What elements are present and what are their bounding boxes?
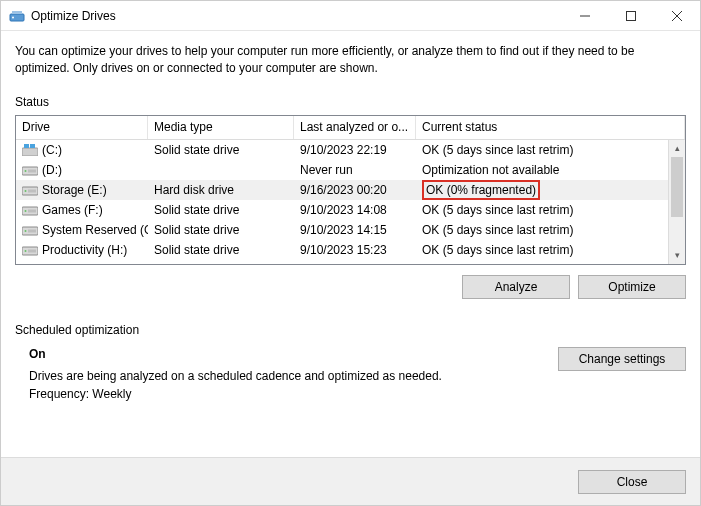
status-highlight: OK (0% fragmented) (422, 180, 540, 200)
last-analyzed: 9/10/2023 22:19 (294, 261, 416, 265)
svg-rect-8 (24, 144, 29, 148)
drive-icon (22, 184, 38, 196)
drive-cell: Games (F:) (16, 201, 148, 219)
table-row[interactable]: (D:)Never runOptimization not available (16, 160, 685, 180)
scroll-thumb[interactable] (671, 157, 683, 217)
intro-text: You can optimize your drives to help you… (15, 43, 686, 77)
svg-rect-18 (28, 209, 36, 212)
svg-point-11 (25, 170, 27, 172)
drive-cell: System Reserved (G:) (16, 221, 148, 239)
svg-rect-9 (30, 144, 35, 148)
current-status: OK (5 days since last retrim) (416, 201, 685, 219)
last-analyzed: 9/10/2023 22:19 (294, 141, 416, 159)
scrollbar[interactable]: ▴ ▾ (668, 140, 685, 264)
drive-cell: Productivity (H:) (16, 241, 148, 259)
media-type (148, 168, 294, 172)
table-row[interactable]: Storage (E:)Hard disk drive9/16/2023 00:… (16, 180, 685, 200)
last-analyzed: 9/10/2023 14:08 (294, 201, 416, 219)
table-header: Drive Media type Last analyzed or o... C… (16, 116, 685, 140)
window-title: Optimize Drives (31, 9, 562, 23)
media-type: Hard disk drive (148, 261, 294, 265)
current-status: OK (0% fragmented) (416, 178, 685, 202)
drives-table: Drive Media type Last analyzed or o... C… (15, 115, 686, 265)
table-row[interactable]: Productivity (H:)Solid state drive9/10/2… (16, 240, 685, 260)
last-analyzed: 9/10/2023 15:23 (294, 241, 416, 259)
svg-point-2 (12, 16, 14, 18)
last-analyzed: Never run (294, 161, 416, 179)
svg-point-23 (25, 250, 27, 252)
table-row[interactable]: Games (F:)Solid state drive9/10/2023 14:… (16, 200, 685, 220)
drive-name: Games (F:) (42, 203, 103, 217)
table-body: (C:)Solid state drive9/10/2023 22:19OK (… (16, 140, 685, 265)
drive-icon (22, 164, 38, 176)
column-media[interactable]: Media type (148, 116, 294, 139)
svg-rect-1 (12, 11, 22, 14)
drive-icon (22, 264, 38, 265)
svg-point-14 (25, 190, 27, 192)
svg-rect-12 (28, 169, 36, 172)
svg-rect-15 (28, 189, 36, 192)
svg-rect-7 (22, 148, 38, 156)
change-settings-button[interactable]: Change settings (558, 347, 686, 371)
status-label: Status (15, 95, 686, 109)
window-controls (562, 1, 700, 30)
last-analyzed: 9/16/2023 00:20 (294, 181, 416, 199)
drive-name: System Reserved (G:) (42, 223, 148, 237)
current-status: Optimization not available (416, 161, 685, 179)
titlebar: Optimize Drives (1, 1, 700, 31)
current-status: OK (5 days since last retrim) (416, 141, 685, 159)
column-last-analyzed[interactable]: Last analyzed or o... (294, 116, 416, 139)
drive-name: (D:) (42, 163, 62, 177)
scroll-down-arrow[interactable]: ▾ (669, 247, 685, 264)
media-type: Solid state drive (148, 201, 294, 219)
drive-name: Example Volume (I:) (42, 263, 148, 265)
scheduled-desc: Drives are being analyzed on a scheduled… (29, 369, 558, 383)
close-dialog-button[interactable]: Close (578, 470, 686, 494)
table-row[interactable]: (C:)Solid state drive9/10/2023 22:19OK (… (16, 140, 685, 160)
media-type: Solid state drive (148, 221, 294, 239)
drive-icon (22, 144, 38, 156)
minimize-button[interactable] (562, 1, 608, 31)
media-type: Solid state drive (148, 241, 294, 259)
scheduled-on: On (29, 347, 558, 361)
current-status: OK (5 days since last retrim) (416, 221, 685, 239)
current-status: OK (5 days since last retrim) (416, 241, 685, 259)
svg-point-20 (25, 230, 27, 232)
footer: Close (1, 457, 700, 505)
table-row[interactable]: Example Volume (I:)Hard disk drive9/10/2… (16, 260, 685, 265)
scheduled-label: Scheduled optimization (15, 323, 686, 337)
svg-rect-21 (28, 229, 36, 232)
drive-cell: Storage (E:) (16, 181, 148, 199)
media-type: Solid state drive (148, 141, 294, 159)
drive-icon (22, 224, 38, 236)
table-row[interactable]: System Reserved (G:)Solid state drive9/1… (16, 220, 685, 240)
column-drive[interactable]: Drive (16, 116, 148, 139)
drive-icon (22, 204, 38, 216)
last-analyzed: 9/10/2023 14:15 (294, 221, 416, 239)
drive-icon (22, 244, 38, 256)
maximize-button[interactable] (608, 1, 654, 31)
app-icon (9, 8, 25, 24)
column-status[interactable]: Current status (416, 116, 685, 139)
close-button[interactable] (654, 1, 700, 31)
drive-name: Storage (E:) (42, 183, 107, 197)
current-status: OK (1% fragmented) (416, 261, 685, 265)
optimize-button[interactable]: Optimize (578, 275, 686, 299)
drive-name: (C:) (42, 143, 62, 157)
drive-cell: (D:) (16, 161, 148, 179)
drive-cell: (C:) (16, 141, 148, 159)
drive-cell: Example Volume (I:) (16, 261, 148, 265)
svg-rect-4 (627, 12, 636, 21)
scheduled-frequency: Frequency: Weekly (29, 387, 558, 401)
svg-rect-24 (28, 249, 36, 252)
scroll-up-arrow[interactable]: ▴ (669, 140, 685, 157)
analyze-button[interactable]: Analyze (462, 275, 570, 299)
svg-point-17 (25, 210, 27, 212)
media-type: Hard disk drive (148, 181, 294, 199)
drive-name: Productivity (H:) (42, 243, 127, 257)
